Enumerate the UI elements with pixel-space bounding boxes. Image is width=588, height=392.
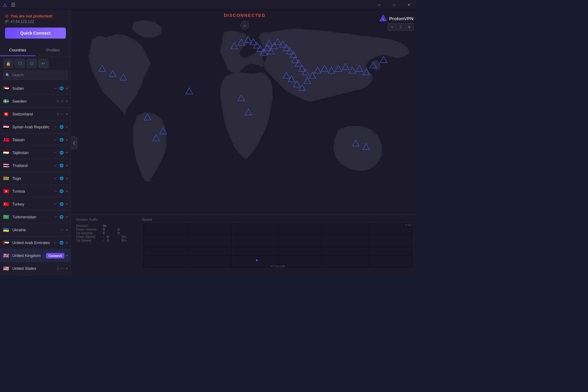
country-item-tajikistan[interactable]: 🇹🇯Tajikistan↩🌐▾	[0, 146, 71, 159]
minimize-button[interactable]: ─	[372, 0, 386, 10]
country-name-sweden: Sweden	[12, 99, 57, 104]
action-icon-togo-1[interactable]: 🌐	[59, 176, 64, 181]
action-icon-sweden-1[interactable]: ↩	[60, 99, 64, 104]
down-speed-value: 0	[107, 235, 119, 239]
country-item-sweden[interactable]: 🇸🇪Swedenℹ↩▾	[0, 95, 71, 108]
action-icon-usa-0[interactable]: ℹ	[57, 266, 59, 271]
expand-icon-thailand[interactable]: ▾	[66, 164, 68, 167]
action-icon-taiwan-1[interactable]: 🌐	[59, 137, 64, 142]
country-item-uae[interactable]: 🇦🇪United Arab Emirates↩🌐▾	[0, 236, 71, 249]
tab-profiles[interactable]: Profiles	[36, 45, 71, 56]
action-icon-turkey-1[interactable]: 🌐	[59, 202, 64, 207]
action-icon-togo-0[interactable]: ↩	[54, 176, 58, 181]
stats-content: Session Traffic Session: 0s Down Volume:…	[76, 218, 413, 273]
country-actions-taiwan: ↩🌐▾	[54, 137, 68, 142]
flag-turkmenistan: 🇹🇲	[3, 215, 10, 219]
zoom-out-button[interactable]: −	[388, 23, 396, 31]
action-icon-tunisia-1[interactable]: 🌐	[59, 189, 64, 194]
expand-icon-turkmenistan[interactable]: ▾	[66, 215, 68, 219]
action-icon-uae-0[interactable]: ↩	[54, 240, 58, 245]
country-item-switzerland[interactable]: 🇨🇭Switzerlandℹ↩▾	[0, 108, 71, 121]
country-actions-turkmenistan: ↩🌐▾	[54, 214, 68, 220]
connect-badge-uk[interactable]: Connect	[46, 253, 64, 258]
country-item-ukraine[interactable]: 🇺🇦Ukraine↩▾	[0, 224, 71, 236]
country-item-sudan[interactable]: 🇸🇩Sudan↩🌐▾	[0, 82, 71, 95]
maximize-button[interactable]: □	[387, 0, 401, 10]
country-actions-tunisia: ↩🌐▾	[54, 189, 68, 194]
action-icon-switzerland-1[interactable]: ↩	[60, 111, 64, 117]
action-icon-taiwan-0[interactable]: ↩	[54, 137, 58, 142]
stats-panel: Session Traffic Session: 0s Down Volume:…	[71, 214, 418, 276]
expand-icon-taiwan[interactable]: ▾	[66, 138, 68, 141]
country-item-usa[interactable]: 🇺🇸United Statesℹ↩▾	[0, 262, 71, 275]
country-item-taiwan[interactable]: 🇹🇼Taiwan↩🌐▾	[0, 134, 71, 146]
map-area: ❮ DISCONNECTED ⌂ ProtonVPN − +	[71, 10, 418, 276]
protection-status-text: You are not protected!	[10, 14, 53, 18]
action-icon-syria-1[interactable]: 🌐	[59, 124, 64, 130]
action-icon-uae-1[interactable]: 🌐	[59, 240, 64, 245]
zoom-in-button[interactable]: +	[405, 23, 413, 31]
hamburger-menu[interactable]: ☰	[11, 2, 15, 8]
filter-tor-button[interactable]: ↩	[38, 59, 48, 68]
action-icon-tajikistan-0[interactable]: ↩	[54, 150, 58, 155]
speed-max-label: 0 B/s	[405, 224, 412, 227]
expand-icon-tunisia[interactable]: ▾	[66, 190, 68, 193]
country-item-togo[interactable]: 🇹🇬Togo↩🌐▾	[0, 172, 71, 185]
filter-lock-button[interactable]: 🔒	[3, 59, 13, 68]
flag-sweden: 🇸🇪	[3, 99, 10, 104]
country-item-turkey[interactable]: 🇹🇷Turkey↩🌐▾	[0, 198, 71, 211]
country-actions-switzerland: ℹ↩▾	[57, 111, 68, 117]
country-item-uzbekistan[interactable]: 🇺🇿Uzbekistan↩🌐▾	[0, 275, 71, 276]
expand-icon-switzerland[interactable]: ▾	[66, 112, 68, 116]
stat-up-volume: Up Volume: 0 B	[76, 231, 137, 235]
action-icon-tunisia-0[interactable]: ↩	[54, 189, 58, 194]
country-item-thailand[interactable]: 🇹🇭Thailand↩🌐▾	[0, 159, 71, 172]
action-icon-sudan-1[interactable]: 🌐	[59, 86, 64, 91]
home-button[interactable]: ⌂	[240, 21, 249, 29]
down-volume-value: 0	[103, 228, 115, 231]
quick-connect-button[interactable]: Quick Connect	[5, 28, 66, 39]
tab-countries[interactable]: Countries	[0, 45, 36, 56]
action-icon-turkey-0[interactable]: ↩	[54, 202, 58, 207]
filter-shield-button[interactable]: 🛡	[15, 59, 25, 68]
stat-session: Session: 0s	[76, 224, 137, 228]
country-item-turkmenistan[interactable]: 🇹🇲Turkmenistan↩🌐▾	[0, 211, 71, 224]
action-icon-sweden-0[interactable]: ℹ	[57, 99, 59, 104]
expand-icon-ukraine[interactable]: ▾	[66, 228, 68, 232]
action-icon-turkmenistan-0[interactable]: ↩	[54, 214, 58, 220]
action-icon-usa-1[interactable]: ↩	[60, 266, 64, 271]
down-speed-unit: B/s	[122, 235, 126, 239]
expand-icon-sweden[interactable]: ▾	[66, 100, 68, 103]
action-icon-tajikistan-1[interactable]: 🌐	[59, 150, 64, 155]
expand-icon-usa[interactable]: ▾	[66, 267, 68, 270]
country-actions-sweden: ℹ↩▾	[57, 99, 68, 104]
country-item-syria[interactable]: 🇸🇾Syrian Arab Republic↩🌐▾	[0, 121, 71, 134]
action-icon-ukraine-0[interactable]: ↩	[60, 227, 64, 232]
action-icon-syria-0[interactable]: ↩	[54, 124, 58, 130]
flag-uk: 🇬🇧	[3, 253, 10, 258]
country-actions-togo: ↩🌐▾	[54, 176, 68, 181]
action-icon-turkmenistan-1[interactable]: 🌐	[59, 214, 64, 220]
session-value: 0s	[103, 224, 115, 228]
country-item-tunisia[interactable]: 🇹🇳Tunisia↩🌐▾	[0, 185, 71, 198]
close-button[interactable]: ✕	[402, 0, 416, 10]
expand-icon-sudan[interactable]: ▾	[66, 87, 68, 90]
country-item-uk[interactable]: 🇬🇧United KingdomConnect▾	[0, 249, 71, 262]
stat-down-speed: Down Speed: ↓ 0 B/s	[76, 235, 137, 239]
action-icon-thailand-1[interactable]: 🌐	[59, 163, 64, 168]
action-icon-sudan-0[interactable]: ↩	[54, 86, 58, 91]
country-actions-sudan: ↩🌐▾	[54, 86, 68, 91]
action-icon-thailand-0[interactable]: ↩	[54, 163, 58, 168]
p2p-icon: ⬡	[30, 61, 33, 66]
expand-icon-togo[interactable]: ▾	[66, 177, 68, 180]
expand-icon-uae[interactable]: ▾	[66, 241, 68, 244]
expand-icon-tajikistan[interactable]: ▾	[66, 151, 68, 154]
collapse-sidebar-button[interactable]: ❮	[71, 137, 77, 149]
search-input[interactable]	[3, 70, 68, 80]
expand-icon-uk[interactable]: ▾	[66, 254, 68, 257]
filter-p2p-button[interactable]: ⬡	[26, 59, 37, 68]
action-icon-switzerland-0[interactable]: ℹ	[57, 111, 59, 117]
expand-icon-turkey[interactable]: ▾	[66, 202, 68, 206]
expand-icon-syria[interactable]: ▾	[66, 125, 68, 129]
world-map-container[interactable]	[71, 10, 418, 214]
